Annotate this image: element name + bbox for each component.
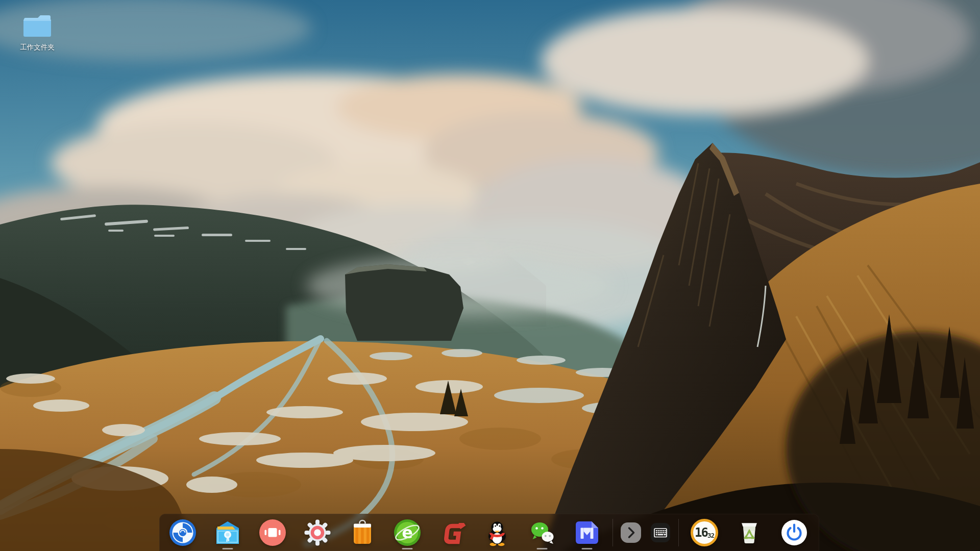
- dock-tray-expand[interactable]: [616, 514, 646, 551]
- browser-icon: e: [394, 519, 421, 546]
- file-manager-icon: [214, 519, 241, 546]
- dock-app-red-g[interactable]: [430, 514, 475, 551]
- dock-app-control-center[interactable]: [295, 514, 340, 551]
- clock-icon: 16 32: [691, 519, 718, 546]
- dock-tray-keyboard[interactable]: [646, 514, 675, 551]
- wallpaper-image: [0, 0, 980, 551]
- wps-office-icon: [573, 519, 601, 546]
- dock-plugin-datetime[interactable]: 16 32: [682, 514, 727, 551]
- running-indicator: [402, 548, 413, 549]
- red-g-app-icon: [438, 519, 466, 546]
- dock-plugin-trash[interactable]: [727, 514, 772, 551]
- clock-hour: 16: [695, 527, 707, 539]
- virtual-keyboard-icon: [649, 521, 672, 544]
- dock-app-wechat[interactable]: [520, 514, 565, 551]
- dock-app-browser[interactable]: e: [385, 514, 430, 551]
- clock-minute: 32: [707, 533, 714, 539]
- power-icon: [781, 519, 807, 546]
- dock-app-qq[interactable]: [475, 514, 520, 551]
- dock: e: [159, 514, 819, 551]
- app-store-icon: [349, 519, 376, 546]
- deepin-launcher-icon: [169, 519, 197, 546]
- chevron-right-icon: [619, 521, 643, 544]
- dock-plugin-power[interactable]: [772, 514, 817, 551]
- running-indicator: [582, 548, 593, 549]
- folder-icon: [21, 12, 53, 39]
- dock-app-wps[interactable]: [565, 514, 609, 551]
- wechat-icon: [528, 519, 556, 546]
- dock-divider: [678, 519, 679, 546]
- running-indicator: [537, 548, 548, 549]
- dock-app-launcher[interactable]: [160, 514, 205, 551]
- desktop-folder[interactable]: 工作文件夹: [13, 12, 61, 52]
- desktop-folder-label: 工作文件夹: [20, 43, 55, 52]
- dock-app-multitasking[interactable]: [250, 514, 295, 551]
- control-center-icon: [304, 519, 331, 546]
- qq-icon: [483, 519, 511, 546]
- trash-icon: [736, 519, 763, 546]
- multitasking-view-icon: [259, 519, 286, 546]
- running-indicator: [223, 548, 233, 549]
- dock-app-file-manager[interactable]: [205, 514, 250, 551]
- dock-app-store[interactable]: [340, 514, 385, 551]
- dock-divider: [612, 519, 613, 546]
